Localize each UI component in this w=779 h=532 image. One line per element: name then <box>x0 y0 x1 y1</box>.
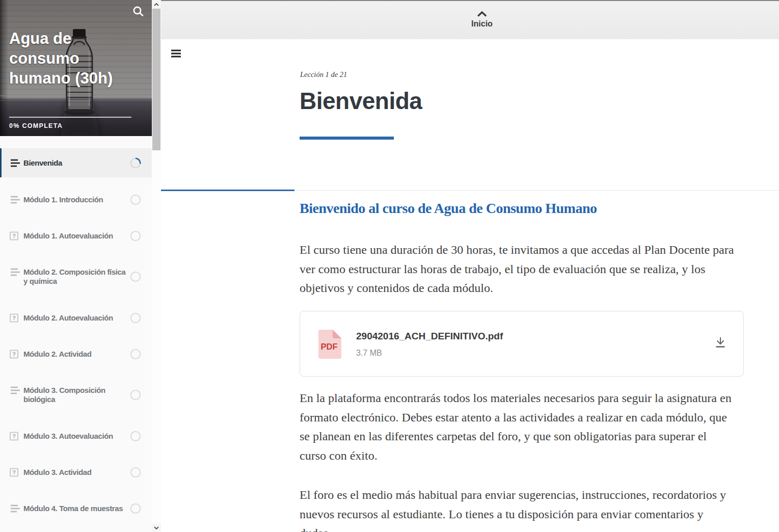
svg-text:PDF: PDF <box>321 342 338 351</box>
